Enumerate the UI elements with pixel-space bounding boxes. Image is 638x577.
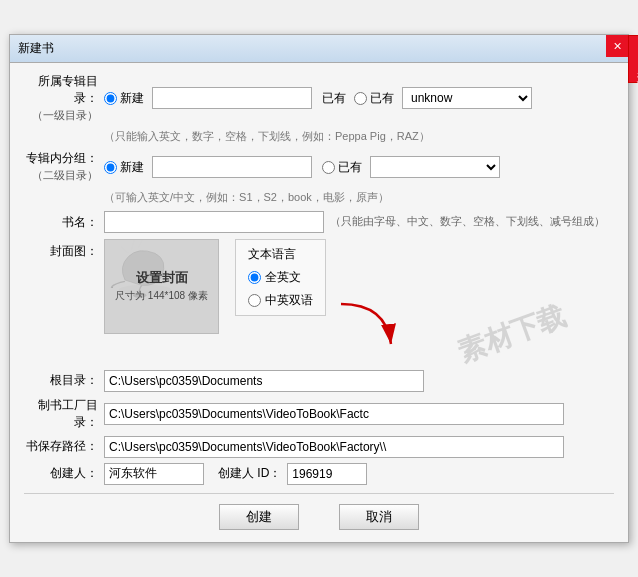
creator-row: 创建人： 创建人 ID： [24, 463, 614, 485]
lang-bilingual-label[interactable]: 中英双语 [248, 292, 313, 309]
album-new-radio-label[interactable]: 新建 [104, 90, 144, 107]
factory-dir-label: 制书工厂目录： [24, 397, 104, 431]
text-language-section: 文本语言 全英文 中英双语 [235, 239, 326, 316]
album-existing-radio[interactable] [354, 92, 367, 105]
group-dir-row: 专辑内分组： （二级目录） 新建 已有 [24, 150, 614, 184]
root-dir-row: 根目录： [24, 370, 614, 392]
create-button[interactable]: 创建 [219, 504, 299, 530]
cover-overlay-text: 设置封面 [136, 269, 188, 287]
album-existing-radio-label[interactable]: 已有 [354, 90, 394, 107]
cover-label: 封面图： [24, 239, 104, 260]
divider [24, 493, 614, 494]
group-new-radio-label[interactable]: 新建 [104, 159, 144, 176]
creator-input[interactable] [104, 463, 204, 485]
group-dir-label: 专辑内分组： （二级目录） [24, 150, 104, 184]
album-dir-radio-group: 新建 已有 已有 unknow [104, 87, 614, 109]
creator-label: 创建人： [24, 465, 104, 482]
creator-id-input[interactable] [287, 463, 367, 485]
cover-size-text: 尺寸为 144*108 像素 [115, 289, 208, 303]
album-dir-label: 所属专辑目录： （一级目录） [24, 73, 104, 123]
group-dir-radio-group: 新建 已有 [104, 156, 614, 178]
lang-bilingual-radio[interactable] [248, 294, 261, 307]
form-content: 所属专辑目录： （一级目录） 新建 已有 已有 unknow （ [10, 63, 628, 542]
album-dir-hint: （只能输入英文，数字，空格，下划线，例如：Peppa Pig，RAZ） [104, 129, 614, 144]
group-new-input[interactable] [152, 156, 312, 178]
group-dir-hint: （可输入英文/中文，例如：S1，S2，book，电影，原声） [104, 190, 614, 205]
save-path-label: 书保存路径： [24, 438, 104, 455]
lang-full-english-radio[interactable] [248, 271, 261, 284]
album-existing-select[interactable]: unknow [402, 87, 532, 109]
save-path-row: 书保存路径： [24, 436, 614, 458]
close-button[interactable]: ✕ [606, 35, 628, 57]
factory-dir-row: 制书工厂目录： [24, 397, 614, 431]
group-existing-radio-label[interactable]: 已有 [322, 159, 362, 176]
album-new-radio[interactable] [104, 92, 117, 105]
cover-overlay[interactable]: 设置封面 尺寸为 144*108 像素 [105, 240, 218, 333]
cover-box[interactable]: 设置封面 尺寸为 144*108 像素 [104, 239, 219, 334]
group-existing-select[interactable] [370, 156, 500, 178]
title-bar: 新建书 ✕ [10, 35, 628, 63]
bookname-hint: （只能由字母、中文、数字、空格、下划线、减号组成） [330, 214, 605, 229]
album-existing-label: 已有 [322, 90, 346, 107]
bookname-input[interactable] [104, 211, 324, 233]
cover-section: 封面图： 设置封面 尺寸为 144*108 像素 [24, 239, 614, 362]
arrow-container [336, 299, 406, 362]
root-dir-label: 根目录： [24, 372, 104, 389]
album-new-input[interactable] [152, 87, 312, 109]
album-dir-row: 所属专辑目录： （一级目录） 新建 已有 已有 unknow [24, 73, 614, 123]
main-window: 新建书 ✕ 关 所属专辑目录： （一级目录） 新建 已有 已有 [9, 34, 629, 543]
cancel-button[interactable]: 取消 [339, 504, 419, 530]
text-language-title: 文本语言 [248, 246, 313, 263]
group-new-radio[interactable] [104, 161, 117, 174]
button-row: 创建 取消 [24, 504, 614, 530]
group-existing-radio[interactable] [322, 161, 335, 174]
factory-dir-input[interactable] [104, 403, 564, 425]
bookname-row: 书名： （只能由字母、中文、数字、空格、下划线、减号组成） [24, 211, 614, 233]
root-dir-input[interactable] [104, 370, 424, 392]
save-path-input[interactable] [104, 436, 564, 458]
creator-id-label: 创建人 ID： [218, 465, 281, 482]
arrow-icon [336, 299, 406, 359]
side-close-tab[interactable]: 关 [628, 35, 638, 83]
bookname-label: 书名： [24, 214, 104, 231]
lang-full-english-label[interactable]: 全英文 [248, 269, 313, 286]
window-title: 新建书 [18, 40, 54, 57]
